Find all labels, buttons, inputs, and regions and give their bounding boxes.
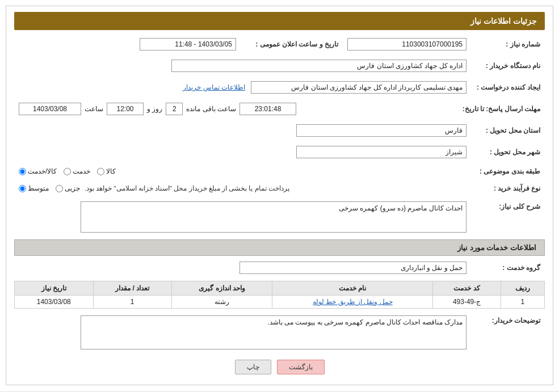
category-option-label-2: خدمت [73,167,90,175]
need-description-value: احداث کانال ماصرم (ده سرو) کهمره سرخی [81,201,466,233]
category-option-kala-khedmat[interactable]: کالا/خدمت [19,167,57,175]
cell-date: 1403/03/08 [15,296,94,309]
province-label: استان محل تحویل : [471,122,545,139]
category-radio-3[interactable] [19,168,26,175]
announce-date-label: تاریخ و ساعت اعلان عمومی : [241,36,343,53]
services-section-header: اطلاعات خدمات مورد نیاز [14,239,545,256]
response-time-value: 12:00 [107,103,144,115]
creator-value: مهدی تسلیمی کاربرداز اداره کل جهاد کشاور… [251,81,466,94]
purchase-type-radio-2[interactable] [19,185,26,192]
response-days-value: 2 [166,103,183,115]
response-remaining-value: 23:01:48 [239,103,296,115]
cell-quantity: 1 [93,296,171,309]
need-number-value: 1103003107000195 [347,38,466,50]
cell-unit: رشته [171,296,272,309]
cell-service-name[interactable]: حمل ونقل از طریق خط لوله [272,296,433,309]
category-option-label-3: کالا/خدمت [28,167,57,175]
buttons-row: بازگشت چاپ [14,360,545,374]
category-label: طبقه بندی موضوعی : [471,165,545,178]
purchase-type-label: نوع فرآیند خرید : [471,182,545,195]
city-label: شهر محل تحویل : [471,144,545,161]
response-date-value: 1403/03/08 [19,103,81,115]
need-description-label: شرح کلی نیاز: [471,199,545,235]
buyer-org-value: اداره کل جهاد کشاورزی استان فارس [171,60,466,72]
col-service-code: کد خدمت [433,281,501,296]
service-group-value: حمل و نقل و انبارداری [239,262,466,274]
creator-label: ایجاد کننده درخواست : [471,79,545,96]
section-title: جزئیات اطلاعات نیاز [14,12,545,30]
province-value: فارس [296,124,466,137]
city-value: شیراز [296,146,466,158]
col-date: تاریخ نیاز [15,281,94,296]
category-radio-2[interactable] [64,168,71,175]
cell-row-num: 1 [501,296,544,309]
contact-link[interactable]: اطلاعات تماس خریدار [183,83,245,91]
response-days-label: روز و [147,105,162,113]
purchase-type-option-medium[interactable]: متوسط [19,184,49,192]
category-option-label-1: کالا [106,167,116,175]
response-time-label: ساعت [85,105,103,113]
print-button[interactable]: چاپ [235,360,271,374]
services-table: ردیف کد خدمت نام خدمت واحد اندازه گیری ت… [14,281,545,309]
category-option-kala[interactable]: کالا [97,167,116,175]
category-option-khedmat[interactable]: خدمت [64,167,90,175]
announce-date-value: 1403/03/05 - 11:48 [140,38,236,50]
buyer-org-label: نام دستگاه خریدار : [471,57,545,74]
back-button[interactable]: بازگشت [277,360,325,374]
service-group-label: گروه خدمت : [471,259,545,276]
col-unit: واحد اندازه گیری [171,281,272,296]
purchase-type-option-minor[interactable]: جزیی [56,184,80,192]
cell-service-code: ج-49-493 [433,296,501,309]
category-radio-1[interactable] [97,168,104,175]
purchase-type-radio-1[interactable] [56,185,63,192]
purchase-type-label-2: متوسط [28,184,49,192]
response-deadline-label: مهلت ارسال پاسخ: تا تاریخ: [458,100,545,117]
buyer-notes-value: مدارک مناقصه احداث کانال ماصرم کهمره سرخ… [81,315,466,349]
table-row: 1ج-49-493حمل ونقل از طریق خط لولهرشته114… [15,296,545,309]
col-quantity: تعداد / مقدار [93,281,171,296]
col-row-num: ردیف [501,281,544,296]
buyer-notes-label: توضیحات خریدار: [471,313,545,352]
need-number-label: شماره نیاز : [471,36,545,53]
col-service-name: نام خدمت [272,281,433,296]
purchase-type-notice: پرداخت تمام یا بخشی از مبلغ خریداز محل "… [85,184,289,192]
purchase-type-label-1: جزیی [65,184,80,192]
response-remaining-label: ساعت باقی مانده [186,105,236,113]
